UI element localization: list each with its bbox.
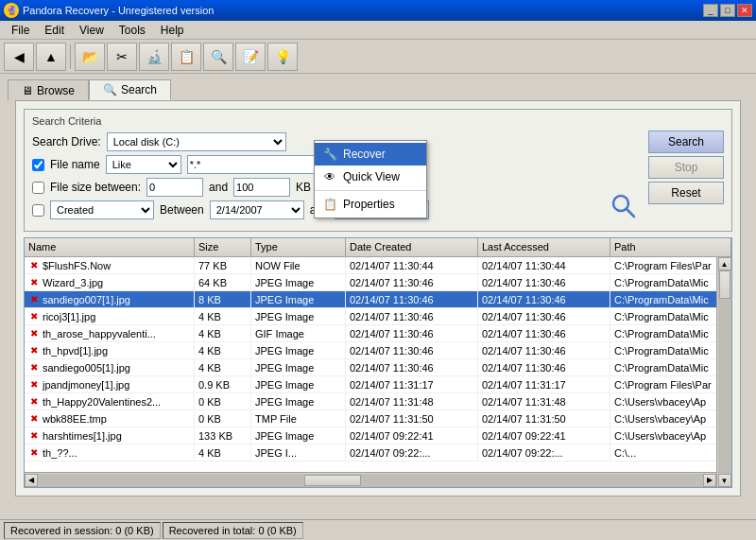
col-date[interactable]: Date Created: [346, 238, 478, 256]
cell-path: C:\Users\vbacey\Ap: [610, 427, 731, 444]
filename-checkbox[interactable]: [32, 159, 44, 171]
browse-button[interactable]: 📋: [171, 43, 201, 71]
titlebar-left: 🔮 Pandora Recovery - Unregistered versio…: [4, 3, 214, 18]
table-row[interactable]: ✖ $FlushFS.Now 77 KB NOW File 02/14/07 1…: [25, 257, 731, 274]
table-row[interactable]: ✖ Wizard_3.jpg 64 KB JPEG Image 02/14/07…: [25, 274, 731, 291]
col-size[interactable]: Size: [195, 238, 251, 256]
table-row[interactable]: ✖ th_Happy20Valentines2... 0 KB JPEG Ima…: [25, 393, 731, 410]
cell-size: 0 KB: [195, 410, 251, 427]
date-from-select[interactable]: 2/14/2007: [210, 200, 304, 219]
table-row[interactable]: ✖ th_hpvd[1].jpg 4 KB JPEG Image 02/14/0…: [25, 342, 731, 359]
table-row[interactable]: ✖ th_arose_happyvalenti... 4 KB GIF Imag…: [25, 325, 731, 342]
cell-path: C:\Users\vbacey\Ap: [610, 410, 731, 427]
file-name: sandiego005[1].jpg: [43, 362, 130, 374]
table-row[interactable]: ✖ ricoj3[1].jpg 4 KB JPEG Image 02/14/07…: [25, 308, 731, 325]
ctx-quickview[interactable]: 👁 Quick View: [315, 165, 426, 188]
table-body: ✖ $FlushFS.Now 77 KB NOW File 02/14/07 1…: [25, 257, 731, 487]
close-button[interactable]: ✕: [737, 4, 752, 17]
ctx-quickview-label: Quick View: [343, 170, 400, 183]
drive-select[interactable]: Local disk (C:) Local disk (D:) All driv…: [107, 132, 286, 151]
scroll-down-arrow[interactable]: ▼: [718, 474, 731, 487]
table-row[interactable]: ✖ harshtimes[1].jpg 133 KB JPEG Image 02…: [25, 427, 731, 444]
up-button[interactable]: ▲: [36, 43, 66, 71]
search-tab-label: Search: [121, 83, 157, 96]
table-row[interactable]: ✖ sandiego007[1].jpg 8 KB JPEG Image 02/…: [25, 291, 731, 308]
note-button[interactable]: 📝: [235, 43, 266, 71]
scan-button[interactable]: 🔬: [139, 43, 169, 71]
menu-view[interactable]: View: [72, 22, 112, 39]
col-type[interactable]: Type: [251, 238, 346, 256]
star-button[interactable]: 💡: [267, 43, 298, 71]
back-button[interactable]: ◀: [4, 43, 34, 71]
table-row[interactable]: ✖ wbk88EE.tmp 0 KB TMP File 02/14/07 11:…: [25, 410, 731, 427]
open-button[interactable]: 📂: [75, 43, 105, 71]
cell-type: JPEG Image: [251, 308, 346, 324]
cell-accessed: 02/14/07 09:22:...: [478, 444, 610, 461]
ctx-recover[interactable]: 🔧 Recover: [315, 143, 426, 165]
cell-name: ✖ th_Happy20Valentines2...: [25, 393, 195, 409]
search-toolbar-button[interactable]: 🔍: [203, 43, 233, 71]
scroll-left-arrow[interactable]: ◀: [25, 474, 38, 487]
col-path[interactable]: Path: [610, 238, 731, 256]
col-accessed[interactable]: Last Accessed: [478, 238, 610, 256]
scroll-track-h[interactable]: [38, 474, 703, 487]
cell-date: 02/14/07 11:31:48: [346, 393, 478, 409]
cell-accessed: 02/14/07 11:30:46: [478, 325, 610, 341]
vertical-scrollbar[interactable]: ▲ ▼: [716, 257, 731, 487]
svg-line-1: [627, 209, 634, 217]
cell-type: TMP File: [251, 410, 346, 427]
pattern-input[interactable]: [187, 155, 329, 174]
file-name: Wizard_3.jpg: [43, 277, 103, 288]
table-row[interactable]: ✖ sandiego005[1].jpg 4 KB JPEG Image 02/…: [25, 359, 731, 376]
maximize-button[interactable]: □: [720, 4, 735, 17]
reset-button[interactable]: Reset: [648, 182, 724, 204]
cell-accessed: 02/14/07 11:30:46: [478, 308, 610, 324]
titlebar-title: Pandora Recovery - Unregistered version: [23, 5, 214, 16]
app-icon: 🔮: [4, 3, 19, 18]
condition-select[interactable]: Like Equals Contains: [106, 155, 181, 174]
kb-label: KB: [296, 181, 311, 194]
status-session: Recovered in session: 0 (0 KB): [4, 522, 161, 539]
delete-button[interactable]: ✂: [107, 43, 137, 71]
scroll-thumb-h[interactable]: [304, 475, 361, 486]
scroll-up-arrow[interactable]: ▲: [718, 257, 731, 270]
date-checkbox[interactable]: [32, 204, 44, 217]
horizontal-scrollbar[interactable]: ◀ ▶: [25, 472, 716, 487]
filesize-checkbox[interactable]: [32, 182, 44, 194]
menu-edit[interactable]: Edit: [37, 22, 72, 39]
file-icon: ✖: [28, 379, 40, 391]
col-name[interactable]: Name: [25, 238, 195, 256]
cell-type: NOW File: [251, 257, 346, 273]
scroll-right-arrow[interactable]: ▶: [703, 474, 716, 487]
results-table: Name Size Type Date Created Last Accesse…: [24, 237, 732, 488]
search-button[interactable]: Search: [648, 131, 724, 153]
size-from-input[interactable]: [146, 178, 203, 197]
drive-label: Search Drive:: [32, 135, 101, 148]
ctx-properties[interactable]: 📋 Properties: [315, 193, 426, 216]
scroll-thumb-v[interactable]: [719, 270, 730, 299]
minimize-button[interactable]: _: [703, 4, 718, 17]
cell-type: JPEG Image: [251, 274, 346, 290]
table-row[interactable]: ✖ jpandjmoney[1].jpg 0.9 KB JPEG Image 0…: [25, 376, 731, 393]
cell-type: GIF Image: [251, 325, 346, 341]
date-type-select[interactable]: Created Modified Accessed: [50, 200, 154, 219]
cell-date: 02/14/07 11:30:46: [346, 359, 478, 375]
tab-browse[interactable]: 🖥 Browse: [8, 79, 89, 100]
menu-help[interactable]: Help: [153, 22, 192, 39]
cell-name: ✖ jpandjmoney[1].jpg: [25, 376, 195, 392]
menu-tools[interactable]: Tools: [112, 22, 153, 39]
menu-file[interactable]: File: [4, 22, 37, 39]
stop-button[interactable]: Stop: [648, 156, 724, 179]
cell-path: C:\ProgramData\Mic: [610, 308, 731, 324]
file-name: $FlushFS.Now: [43, 260, 111, 271]
scroll-track-v[interactable]: [718, 270, 731, 474]
tab-search[interactable]: 🔍 Search: [89, 79, 171, 100]
cell-accessed: 02/14/07 11:30:46: [478, 342, 610, 358]
table-row[interactable]: ✖ th_??... 4 KB JPEG I... 02/14/07 09:22…: [25, 444, 731, 462]
cell-type: JPEG Image: [251, 376, 346, 392]
toolbar-separator: [70, 44, 71, 69]
file-name: harshtimes[1].jpg: [43, 430, 122, 442]
size-to-input[interactable]: [233, 178, 290, 197]
cell-path: C:\ProgramData\Mic: [610, 359, 731, 375]
cell-size: 4 KB: [195, 308, 251, 324]
